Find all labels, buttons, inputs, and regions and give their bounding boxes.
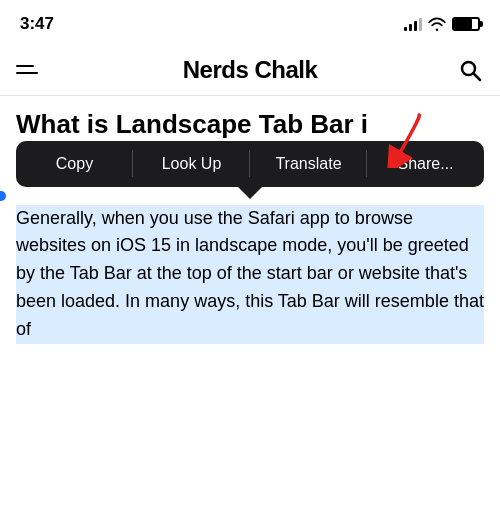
article-title-section: What is Landscape Tab Bar i xyxy=(0,96,500,141)
status-icons xyxy=(404,17,480,31)
hamburger-menu-icon[interactable] xyxy=(16,65,44,74)
hamburger-line xyxy=(16,65,34,67)
status-time: 3:47 xyxy=(20,14,54,34)
battery-icon xyxy=(452,17,480,31)
wifi-icon xyxy=(428,17,446,31)
search-button[interactable] xyxy=(456,56,484,84)
context-menu-translate[interactable]: Translate xyxy=(250,141,367,187)
signal-icon xyxy=(404,17,422,31)
selection-handle xyxy=(0,191,6,201)
site-title: Nerds Chalk xyxy=(183,56,318,84)
context-menu-copy[interactable]: Copy xyxy=(16,141,133,187)
search-icon xyxy=(458,58,482,82)
svg-line-1 xyxy=(474,73,481,80)
article-body: Generally, when you use the Safari app t… xyxy=(0,187,500,344)
article-text[interactable]: Generally, when you use the Safari app t… xyxy=(16,205,484,344)
context-menu-container: Copy Look Up Translate Share... xyxy=(16,141,484,187)
status-bar: 3:47 xyxy=(0,0,500,44)
header: Nerds Chalk xyxy=(0,44,500,96)
context-menu-lookup[interactable]: Look Up xyxy=(133,141,250,187)
annotation-arrow xyxy=(364,113,424,172)
hamburger-line xyxy=(16,72,38,74)
